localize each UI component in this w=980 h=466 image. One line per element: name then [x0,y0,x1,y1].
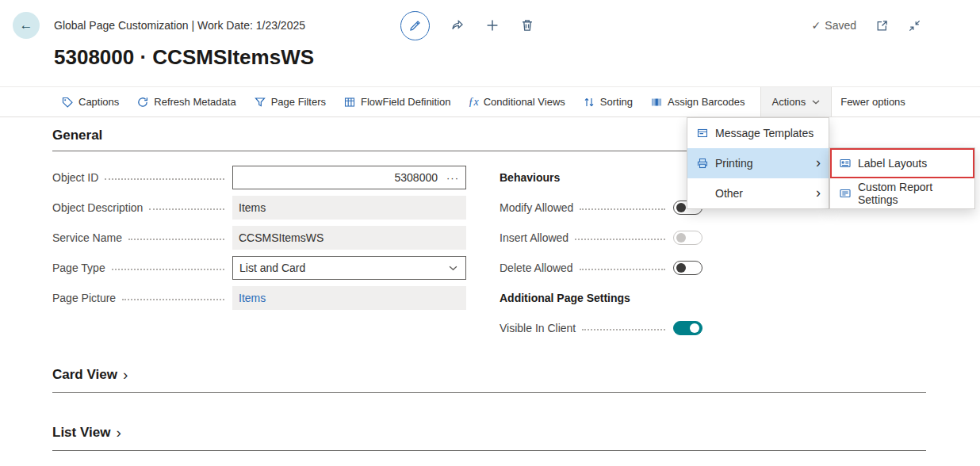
page-type-dropdown[interactable]: List and Card [232,256,466,280]
new-record-button[interactable] [485,18,500,32]
other-label: Other [715,187,743,200]
visible-in-client-label: Visible In Client [500,322,576,334]
share-button[interactable] [450,18,465,32]
modify-allowed-label: Modify Allowed [500,201,573,214]
back-arrow-icon: ← [20,17,33,33]
submenu-chevron-icon: › [816,185,821,200]
pencil-icon [408,19,422,32]
page-picture-field-row: Page Picture Items [52,286,466,310]
header-title: Global Page Customization | Work Date: 1… [54,19,305,32]
flowfield-definition-label: FlowField Definition [361,96,450,108]
object-id-input[interactable] [239,170,439,185]
list-view-section-header[interactable]: List View › [52,425,926,451]
page-filters-button[interactable]: Page Filters [245,87,335,116]
object-description-field-row: Object Description Items [52,196,466,220]
card-view-title: Card View [52,367,117,383]
back-button[interactable]: ← [13,12,40,39]
label-layouts-label: Label Layouts [858,157,927,170]
service-name-field: CCSMSItemsWS [232,226,466,250]
message-template-icon [695,127,709,139]
delete-allowed-label: Delete Allowed [500,262,573,274]
modify-allowed-row: Modify Allowed [500,196,702,220]
collapse-button[interactable] [908,19,921,32]
chevron-right-icon: › [123,367,128,382]
printer-icon [695,157,709,170]
toggle-knob [676,263,686,273]
page-title: 5308000 · CCSMSItemsWS [54,45,314,70]
collapse-arrows-icon [908,19,921,32]
function-icon: ƒx [468,96,478,109]
card-view-section-header[interactable]: Card View › [52,367,926,393]
conditional-views-button[interactable]: ƒx Conditional Views [459,87,573,116]
open-in-window-button[interactable] [875,19,889,32]
actions-dropdown-menu: Message Templates Printing › Other › [687,117,829,209]
submenu-chevron-icon: › [816,155,821,170]
message-templates-label: Message Templates [715,127,813,139]
grid-icon [343,96,356,109]
refresh-metadata-label: Refresh Metadata [154,96,235,108]
fewer-options-label: Fewer options [840,96,905,108]
actions-menu-button[interactable]: Actions [760,87,833,116]
app-header: ← Global Page Customization | Work Date:… [0,0,980,51]
captions-label: Captions [78,96,119,108]
general-heading-label: General [52,128,102,143]
submenu-item-label-layouts[interactable]: Label Layouts [830,148,974,178]
menu-item-printing[interactable]: Printing › [687,148,829,178]
assist-edit-button[interactable]: ··· [446,172,459,184]
refresh-icon [136,96,149,109]
visible-in-client-toggle[interactable] [673,321,702,335]
dotted-leader [128,235,224,240]
delete-record-button[interactable] [520,18,534,32]
submenu-item-custom-report-settings[interactable]: Custom Report Settings [830,178,974,208]
header-action-icons [400,0,534,51]
page-picture-value-link[interactable]: Items [239,292,266,304]
flowfield-definition-button[interactable]: FlowField Definition [335,87,459,116]
page-type-value: List and Card [239,262,305,274]
service-name-value: CCSMSItemsWS [239,231,323,244]
conditional-views-label: Conditional Views [484,96,565,108]
behaviours-heading: Behaviours [500,166,702,189]
toggle-knob [676,203,686,212]
delete-allowed-toggle[interactable] [673,261,702,275]
insert-allowed-label: Insert Allowed [500,231,568,244]
dotted-leader [580,205,665,210]
assign-barcodes-label: Assign Barcodes [668,96,745,108]
chevron-down-icon [812,100,820,105]
fewer-options-button[interactable]: Fewer options [832,87,914,116]
edit-button[interactable] [400,11,430,40]
filter-icon [254,96,266,109]
open-in-window-icon [875,19,889,32]
additional-page-settings-heading: Additional Page Settings [500,286,702,310]
trash-icon [520,18,534,32]
header-right-controls: ✓ Saved [812,0,921,51]
chevron-down-icon [449,265,457,271]
menu-item-message-templates[interactable]: Message Templates [687,118,829,148]
menu-item-other[interactable]: Other › [687,178,829,208]
dotted-leader [149,205,224,210]
captions-button[interactable]: Captions [52,87,128,116]
page-type-field-row: Page Type List and Card [52,256,466,280]
save-status-label: Saved [825,19,856,32]
dotted-leader [575,235,665,240]
assign-barcodes-button[interactable]: Assign Barcodes [641,87,754,116]
sorting-button[interactable]: Sorting [574,87,641,116]
save-status: ✓ Saved [812,19,856,32]
service-name-field-row: Service Name CCSMSItemsWS [52,226,466,250]
label-card-icon [838,157,852,170]
barcode-icon [650,96,663,109]
toggle-knob [690,323,699,333]
page-filters-label: Page Filters [271,96,326,108]
dotted-leader [112,265,224,270]
share-icon [450,18,465,32]
page-picture-label: Page Picture [52,292,116,304]
general-right-column: Behaviours Modify Allowed Insert Allowed… [500,166,702,346]
service-name-label: Service Name [52,231,122,244]
insert-allowed-row: Insert Allowed [500,226,702,250]
insert-allowed-toggle[interactable] [673,231,702,245]
report-card-icon [838,187,852,200]
object-id-field[interactable]: ··· [232,166,466,189]
dotted-leader [122,296,224,300]
refresh-metadata-button[interactable]: Refresh Metadata [128,87,244,116]
dotted-leader [105,175,224,180]
object-description-value: Items [239,201,266,214]
